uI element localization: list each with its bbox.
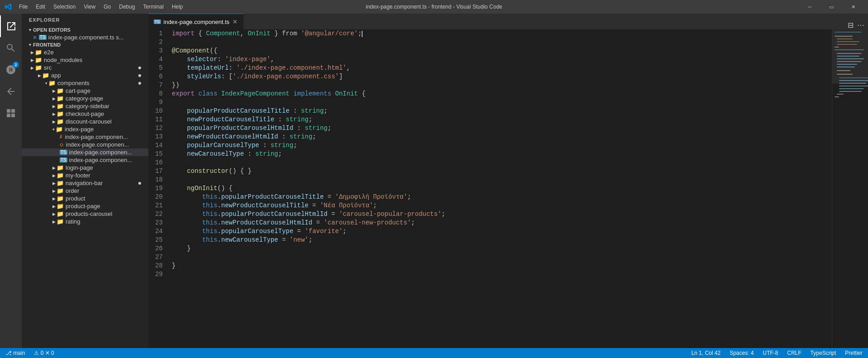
spaces-status[interactable]: Spaces: 4	[728, 350, 755, 356]
code-line-26[interactable]: }	[170, 244, 832, 253]
frontend-section[interactable]: ▾ FRONTEND	[22, 41, 148, 48]
e2e-folder[interactable]: ▶ 📁 e2e	[22, 48, 148, 56]
code-line-7[interactable]: })	[170, 81, 832, 90]
menu-file[interactable]: File	[15, 3, 31, 11]
folder-name: discount-carousel	[66, 118, 112, 125]
more-actions-icon[interactable]: ⋯	[857, 21, 864, 29]
category-sidebar-folder[interactable]: ▶ 📁 category-sidebar	[22, 102, 148, 110]
code-content[interactable]: import { Component, OnInit } from '@angu…	[170, 29, 832, 348]
errors-status[interactable]: ⚠ 0 ✕ 0	[32, 350, 56, 356]
code-line-25[interactable]: this.newCarouselType = 'new';	[170, 236, 832, 244]
menu-view[interactable]: View	[80, 3, 99, 11]
components-folder[interactable]: ▾ 📁 components	[22, 79, 148, 87]
menu-terminal[interactable]: Terminal	[140, 3, 167, 11]
code-editor[interactable]: 1234567891011121314151617181920212223242…	[148, 29, 868, 348]
app-folder[interactable]: ▶ 📁 app	[22, 72, 148, 79]
split-editor-icon[interactable]: ⊟	[848, 21, 854, 29]
index-page-html-file[interactable]: ◇ index-page.componen...	[22, 141, 148, 148]
code-line-14[interactable]: popularCarouselType : string;	[170, 141, 832, 150]
file-type-icon: TS	[60, 158, 67, 162]
index-page-ts-file-2[interactable]: TS index-page.componen...	[22, 156, 148, 164]
code-line-27[interactable]	[170, 253, 832, 262]
code-line-24[interactable]: this.popularCarouselType = 'favorite';	[170, 227, 832, 236]
svg-rect-16	[837, 67, 855, 67]
product-page-folder[interactable]: ▶ 📁 product-page	[22, 202, 148, 210]
checkout-page-folder[interactable]: ▶ 📁 checkout-page	[22, 110, 148, 118]
encoding-status[interactable]: UTF-8	[761, 350, 780, 356]
login-page-folder[interactable]: ▶ 📁 login-page	[22, 164, 148, 172]
folder-name: login-page	[66, 164, 93, 171]
code-line-2[interactable]	[170, 38, 832, 47]
folder-icon: 📁	[48, 80, 56, 86]
code-line-12[interactable]: popularProductCarouselHtmlId : string;	[170, 124, 832, 133]
code-line-8[interactable]: export class IndexPageComponent implemen…	[170, 90, 832, 98]
discount-carousel-folder[interactable]: ▶ 📁 discount-carousel	[22, 118, 148, 125]
index-page-folder[interactable]: ▾ 📁 index-page	[22, 125, 148, 133]
modified-dot	[138, 182, 141, 185]
node-modules-folder[interactable]: ▶ 📁 node_modules	[22, 56, 148, 64]
code-line-5[interactable]: templateUrl: './index-page.component.htm…	[170, 64, 832, 72]
code-line-23[interactable]: this.newProductCarouselHtmlId = 'carouse…	[170, 219, 832, 227]
folder-icon: 📁	[57, 118, 64, 125]
code-line-28[interactable]: }	[170, 262, 832, 270]
activity-bar: 2	[0, 14, 22, 348]
code-line-17[interactable]: constructor() { }	[170, 167, 832, 176]
products-carousel-folder[interactable]: ▶ 📁 products-carousel	[22, 210, 148, 218]
code-line-18[interactable]	[170, 176, 832, 184]
index-page-ts-file-1[interactable]: TS index-page.componen...	[22, 148, 148, 156]
index-page-css-file[interactable]: # index-page.componen...	[22, 133, 148, 141]
code-line-21[interactable]: this.newProductCarouselTitle = 'Νέα Προϊ…	[170, 201, 832, 210]
minimap[interactable]	[832, 29, 868, 348]
folder-name: category-sidebar	[66, 103, 109, 110]
code-line-20[interactable]: this.popularProductCarouselTitle = 'Δημο…	[170, 193, 832, 201]
branch-status[interactable]: ⎇ main	[4, 350, 27, 356]
code-line-15[interactable]: newCarouselType : string;	[170, 150, 832, 158]
code-line-22[interactable]: this.popularProductCarouselHtmlId = 'car…	[170, 210, 832, 219]
extensions-activity-icon[interactable]	[0, 102, 22, 124]
folder-icon: 📁	[35, 49, 42, 56]
folder-arrow: ▶	[52, 119, 56, 124]
code-line-19[interactable]: ngOnInit() {	[170, 184, 832, 193]
cart-page-folder[interactable]: ▶ 📁 cart-page	[22, 87, 148, 95]
code-line-29[interactable]	[170, 270, 832, 279]
language-status[interactable]: TypeScript	[809, 350, 838, 356]
active-tab[interactable]: TS index-page.component.ts ✕	[148, 14, 244, 29]
open-editor-file[interactable]: ✕ TS index-page.component.ts s...	[22, 33, 148, 41]
code-line-10[interactable]: popularProductCarouselTitle : string;	[170, 107, 832, 115]
close-button[interactable]: ✕	[843, 0, 863, 14]
category-page-folder[interactable]: ▶ 📁 category-page	[22, 95, 148, 102]
tab-close-icon[interactable]: ✕	[232, 18, 238, 25]
rating-folder[interactable]: ▶ 📁 rating	[22, 218, 148, 225]
menu-go[interactable]: Go	[100, 3, 114, 11]
code-line-4[interactable]: selector: 'index-page',	[170, 55, 832, 64]
search-activity-icon[interactable]	[0, 37, 22, 59]
svg-rect-13	[837, 58, 864, 59]
code-line-1[interactable]: import { Component, OnInit } from '@angu…	[170, 29, 832, 38]
maximize-button[interactable]: ▭	[821, 0, 842, 14]
source-control-activity-icon[interactable]: 2	[0, 59, 22, 81]
menu-selection[interactable]: Selection	[50, 3, 79, 11]
open-editors-section[interactable]: ▾ OPEN EDITORS	[22, 26, 148, 33]
src-folder[interactable]: ▶ 📁 src	[22, 64, 148, 72]
code-line-6[interactable]: styleUrls: ['./index-page.component.css'…	[170, 72, 832, 81]
cursor-position-status[interactable]: Ln 1, Col 42	[689, 350, 722, 356]
formatter-status[interactable]: Prettier	[843, 350, 864, 356]
menu-edit[interactable]: Edit	[32, 3, 49, 11]
explorer-activity-icon[interactable]	[0, 15, 22, 37]
menu-debug[interactable]: Debug	[115, 3, 138, 11]
debug-activity-icon[interactable]	[0, 81, 22, 102]
svg-rect-17	[837, 70, 850, 71]
menu-help[interactable]: Help	[168, 3, 187, 11]
code-line-9[interactable]	[170, 98, 832, 107]
product-folder[interactable]: ▶ 📁 product	[22, 195, 148, 202]
navigation-bar-folder[interactable]: ▶ 📁 navigation-bar	[22, 179, 148, 187]
code-line-13[interactable]: newProductCarouselHtmlId : string;	[170, 133, 832, 141]
code-line-16[interactable]	[170, 158, 832, 167]
line-ending-status[interactable]: CRLF	[785, 350, 803, 356]
my-footer-folder[interactable]: ▶ 📁 my-footer	[22, 172, 148, 179]
code-line-11[interactable]: newProductCarouselTitle : string;	[170, 115, 832, 124]
code-line-3[interactable]: @Component({	[170, 47, 832, 55]
minimize-button[interactable]: ─	[799, 0, 820, 14]
folder-name: app	[51, 72, 61, 79]
order-folder[interactable]: ▶ 📁 order	[22, 187, 148, 195]
